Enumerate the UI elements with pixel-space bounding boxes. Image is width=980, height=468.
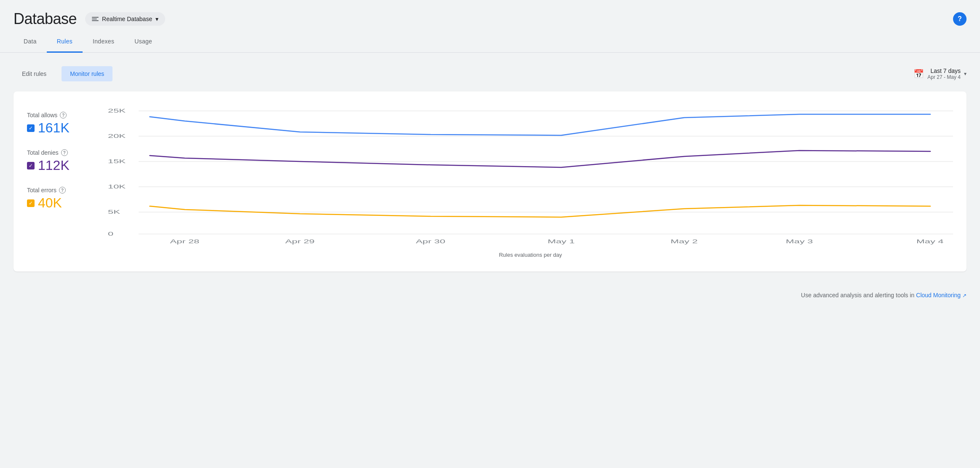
date-range-text: Last 7 days Apr 27 - May 4 xyxy=(927,67,961,80)
help-icon[interactable]: ? xyxy=(953,12,967,26)
calendar-icon: 📅 xyxy=(913,69,924,79)
denies-checkbox[interactable]: ✓ xyxy=(27,162,35,169)
allows-info-icon[interactable]: ? xyxy=(60,112,67,118)
footer-note-text: Use advanced analysis and alerting tools… xyxy=(801,292,914,299)
svg-text:10K: 10K xyxy=(108,183,126,189)
db-selector-button[interactable]: Realtime Database ▾ xyxy=(85,12,165,26)
allows-checkbox[interactable]: ✓ xyxy=(27,124,35,132)
monitor-rules-button[interactable]: Monitor rules xyxy=(62,66,112,81)
toolbar-left: Edit rules Monitor rules xyxy=(13,66,112,81)
legend-denies: Total denies ? ✓ 112K xyxy=(27,149,94,173)
cloud-monitoring-link[interactable]: Cloud Monitoring ↗ xyxy=(916,292,967,299)
total-denies-label-text: Total denies xyxy=(27,149,59,156)
svg-text:Apr 30: Apr 30 xyxy=(416,238,445,244)
legend-allows-value: ✓ 161K xyxy=(27,120,94,136)
tab-rules[interactable]: Rules xyxy=(47,31,83,53)
db-selector-icon xyxy=(92,17,99,21)
svg-text:15K: 15K xyxy=(108,158,126,164)
svg-text:May 2: May 2 xyxy=(670,238,698,244)
nav-tabs: Data Rules Indexes Usage xyxy=(0,31,980,53)
svg-text:May 3: May 3 xyxy=(786,238,813,244)
svg-text:0: 0 xyxy=(108,231,113,237)
edit-rules-button[interactable]: Edit rules xyxy=(13,66,55,81)
svg-text:May 4: May 4 xyxy=(916,238,944,244)
date-range-chevron-icon: ▾ xyxy=(964,71,967,77)
errors-info-icon[interactable]: ? xyxy=(59,187,66,194)
toolbar: Edit rules Monitor rules 📅 Last 7 days A… xyxy=(13,66,967,81)
legend-errors-label: Total errors ? xyxy=(27,187,94,194)
tab-data[interactable]: Data xyxy=(13,31,47,53)
date-range-selector[interactable]: 📅 Last 7 days Apr 27 - May 4 ▾ xyxy=(913,67,967,80)
svg-text:Apr 29: Apr 29 xyxy=(285,238,315,244)
svg-text:Apr 28: Apr 28 xyxy=(170,238,199,244)
date-range-sub: Apr 27 - May 4 xyxy=(927,74,961,80)
main-content: Edit rules Monitor rules 📅 Last 7 days A… xyxy=(0,53,980,285)
tab-usage[interactable]: Usage xyxy=(124,31,162,53)
chart-container: Total allows ? ✓ 161K Total denies ? ✓ xyxy=(27,105,953,258)
chart-svg: 25K 20K 15K 10K 5K 0 A xyxy=(108,105,953,248)
db-selector-label: Realtime Database xyxy=(102,16,152,22)
svg-text:20K: 20K xyxy=(108,133,126,139)
denies-info-icon[interactable]: ? xyxy=(61,149,68,156)
legend-errors: Total errors ? ✓ 40K xyxy=(27,187,94,211)
tab-indexes[interactable]: Indexes xyxy=(83,31,124,53)
chart-legend: Total allows ? ✓ 161K Total denies ? ✓ xyxy=(27,105,94,258)
svg-text:25K: 25K xyxy=(108,108,126,113)
chart-card: Total allows ? ✓ 161K Total denies ? ✓ xyxy=(13,91,967,272)
legend-allows-label: Total allows ? xyxy=(27,112,94,118)
chart-area: 25K 20K 15K 10K 5K 0 A xyxy=(108,105,953,258)
date-range-label: Last 7 days xyxy=(927,67,961,74)
legend-errors-value: ✓ 40K xyxy=(27,195,94,211)
page-title: Database xyxy=(13,10,77,28)
errors-checkbox[interactable]: ✓ xyxy=(27,199,35,207)
total-allows-label-text: Total allows xyxy=(27,112,57,118)
chart-svg-element: 25K 20K 15K 10K 5K 0 A xyxy=(108,105,953,248)
legend-denies-label: Total denies ? xyxy=(27,149,94,156)
total-errors-label-text: Total errors xyxy=(27,187,56,194)
footer-note: Use advanced analysis and alerting tools… xyxy=(0,285,980,305)
chart-x-label: Rules evaluations per day xyxy=(108,252,953,258)
page-header: Database Realtime Database ▾ ? xyxy=(0,0,980,28)
external-link-icon: ↗ xyxy=(962,293,967,299)
legend-denies-value: ✓ 112K xyxy=(27,158,94,173)
svg-text:5K: 5K xyxy=(108,209,120,215)
svg-text:May 1: May 1 xyxy=(548,238,575,244)
chevron-down-icon: ▾ xyxy=(155,16,158,22)
legend-allows: Total allows ? ✓ 161K xyxy=(27,112,94,136)
